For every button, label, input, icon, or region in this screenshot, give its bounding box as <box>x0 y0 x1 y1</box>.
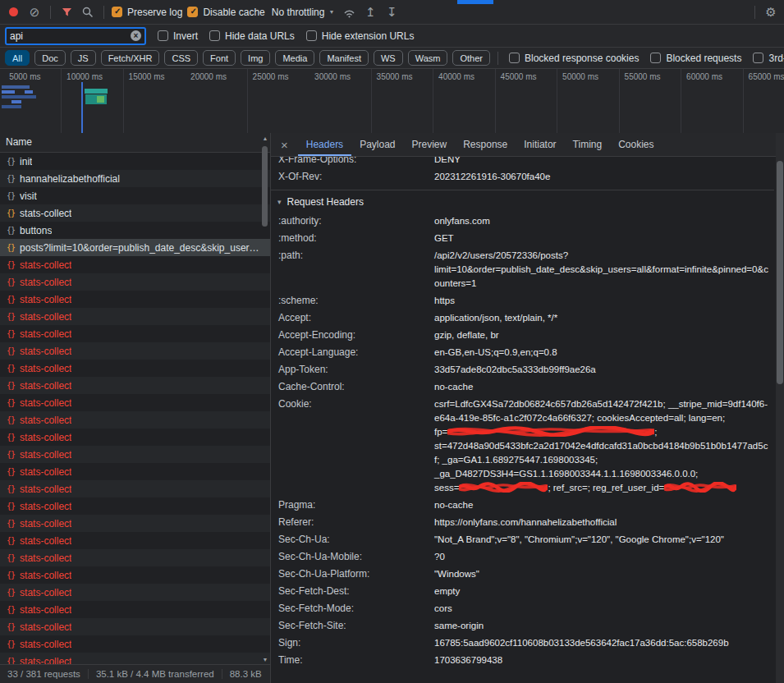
filter-chip-doc[interactable]: Doc <box>34 50 66 66</box>
request-name: stats-collect <box>20 587 71 598</box>
network-request-row[interactable]: {}visit <box>0 187 270 204</box>
request-type-chips: AllDocJSFetch/XHRCSSFontImgMediaManifest… <box>5 50 490 66</box>
timeline-tick-label: 35000 ms <box>372 72 434 81</box>
network-request-row[interactable]: {}posts?limit=10&order=publish_date_desc… <box>0 239 270 256</box>
tab-cookies[interactable]: Cookies <box>610 133 662 156</box>
network-request-row[interactable]: {}stats-collect <box>0 342 270 360</box>
network-request-row[interactable]: {}stats-collect <box>0 446 270 463</box>
filter-checkbox-3rd-party-requests[interactable]: 3rd-party requests <box>753 53 784 64</box>
network-request-row[interactable]: {}stats-collect <box>0 601 270 618</box>
network-request-row[interactable]: {}stats-collect <box>0 256 270 273</box>
filter-chip-other[interactable]: Other <box>452 50 490 66</box>
request-name: stats-collect <box>20 294 71 305</box>
tab-initiator[interactable]: Initiator <box>516 133 564 156</box>
header-value: no-cache <box>434 498 774 512</box>
network-request-row[interactable]: {}stats-collect <box>0 204 270 222</box>
import-har-icon[interactable]: ↥ <box>362 4 378 21</box>
filter-chip-all[interactable]: All <box>5 50 30 66</box>
network-request-row[interactable]: {}init <box>0 153 270 170</box>
network-request-row[interactable]: {}stats-collect <box>0 566 270 584</box>
network-request-row[interactable]: {}stats-collect <box>0 532 270 549</box>
network-conditions-icon[interactable] <box>341 4 357 21</box>
network-request-row[interactable]: {}stats-collect <box>0 394 270 411</box>
timeline-tick-label: 30000 ms <box>310 72 373 81</box>
network-request-row[interactable]: {}stats-collect <box>0 273 270 291</box>
filter-chip-js[interactable]: JS <box>71 50 96 66</box>
network-request-row[interactable]: {}stats-collect <box>0 653 270 664</box>
preserve-log-checkbox[interactable]: Preserve log <box>112 7 182 18</box>
hide-data-urls-checkbox[interactable]: Hide data URLs <box>209 30 295 42</box>
checkbox-label: Hide extension URLs <box>322 30 415 42</box>
network-request-row[interactable]: {}stats-collect <box>0 360 270 377</box>
network-request-row[interactable]: {}stats-collect <box>0 463 270 480</box>
header-value: same-origin <box>434 619 774 633</box>
network-request-row[interactable]: {}hannahelizabethofficial <box>0 170 270 187</box>
throttling-select[interactable]: No throttling ▼ <box>270 7 337 18</box>
header-row: Accept-Encoding:gzip, deflate, br <box>271 327 774 344</box>
filter-chip-manifest[interactable]: Manifest <box>319 50 369 66</box>
filter-checkbox-blocked-requests[interactable]: Blocked requests <box>650 53 741 64</box>
filter-chip-media[interactable]: Media <box>275 50 314 66</box>
tab-timing[interactable]: Timing <box>565 133 611 156</box>
name-column-header[interactable]: Name <box>0 133 270 153</box>
network-request-row[interactable]: {}stats-collect <box>0 549 270 566</box>
network-request-row[interactable]: {}stats-collect <box>0 515 270 532</box>
tab-preview[interactable]: Preview <box>404 133 456 156</box>
network-request-row[interactable]: {}stats-collect <box>0 291 270 308</box>
details-scrollbar[interactable] <box>776 133 784 683</box>
network-request-row[interactable]: {}stats-collect <box>0 411 270 429</box>
header-name: Sec-Ch-Ua: <box>278 533 434 547</box>
network-status-bar: 33 / 381 requests 35.1 kB / 4.4 MB trans… <box>0 664 270 683</box>
header-row: Sign:16785:5aad9602cf110608b03133de56364… <box>271 635 774 652</box>
settings-gear-icon[interactable]: ⚙ <box>763 4 779 21</box>
clear-network-log-icon[interactable]: ⊘ <box>26 4 43 21</box>
clear-filter-icon[interactable]: × <box>131 30 141 41</box>
hide-extension-urls-checkbox[interactable]: Hide extension URLs <box>306 30 415 42</box>
scrollbar-thumb[interactable] <box>262 146 268 227</box>
waterfall-bar <box>11 100 21 103</box>
transferred-size: 35.1 kB / 4.4 MB transferred <box>88 669 222 679</box>
json-file-icon: {} <box>7 519 15 528</box>
header-value: /api2/v2/users/20572336/posts?limit=10&o… <box>434 249 774 291</box>
network-request-row[interactable]: {}stats-collect <box>0 635 270 653</box>
network-request-row[interactable]: {}stats-collect <box>0 377 270 394</box>
network-request-row[interactable]: {}stats-collect <box>0 618 270 635</box>
network-request-row[interactable]: {}stats-collect <box>0 584 270 601</box>
filter-chip-font[interactable]: Font <box>203 50 236 66</box>
network-request-row[interactable]: {}stats-collect <box>0 325 270 342</box>
tab-response[interactable]: Response <box>455 133 516 156</box>
invert-checkbox[interactable]: Invert <box>158 30 198 42</box>
request-headers-section[interactable]: ▾Request Headers <box>271 190 774 213</box>
json-file-icon: {} <box>7 157 15 166</box>
tab-payload[interactable]: Payload <box>351 133 403 156</box>
timeline-tick-label: 10000 ms <box>62 72 125 81</box>
filter-chip-ws[interactable]: WS <box>374 50 403 66</box>
scroll-down-icon[interactable]: ▼ <box>260 657 270 662</box>
network-request-row[interactable]: {}buttons <box>0 222 270 239</box>
header-value: "Windows" <box>434 567 774 581</box>
search-icon[interactable] <box>80 4 96 21</box>
header-row: Referer:https://onlyfans.com/hannaheliza… <box>271 514 774 531</box>
checkbox-checked <box>187 7 198 17</box>
filter-chip-img[interactable]: Img <box>241 50 270 66</box>
filter-chip-wasm[interactable]: Wasm <box>408 50 448 66</box>
network-request-row[interactable]: {}stats-collect <box>0 497 270 515</box>
export-har-icon[interactable]: ↧ <box>383 4 400 21</box>
filter-checkbox-blocked-response-cookies[interactable]: Blocked response cookies <box>509 53 639 64</box>
waterfall-bar <box>81 82 83 133</box>
filter-icon[interactable] <box>58 4 75 21</box>
filter-input[interactable] <box>10 30 108 42</box>
network-request-row[interactable]: {}stats-collect <box>0 308 270 325</box>
scroll-up-icon[interactable]: ▲ <box>260 135 270 141</box>
network-request-row[interactable]: {}stats-collect <box>0 429 270 446</box>
network-request-row[interactable]: {}stats-collect <box>0 480 270 497</box>
filter-chip-fetch-xhr[interactable]: Fetch/XHR <box>101 50 160 66</box>
disable-cache-checkbox[interactable]: Disable cache <box>187 7 264 18</box>
network-overview-timeline[interactable]: 5000 ms10000 ms15000 ms20000 ms25000 ms3… <box>0 69 784 135</box>
filter-chip-css[interactable]: CSS <box>164 50 198 66</box>
scrollbar-thumb[interactable] <box>777 161 783 384</box>
close-details-icon[interactable]: × <box>271 133 298 156</box>
record-icon[interactable] <box>5 4 21 21</box>
request-list-scrollbar[interactable]: ▲ ▼ <box>260 134 270 664</box>
tab-headers[interactable]: Headers <box>298 133 351 156</box>
